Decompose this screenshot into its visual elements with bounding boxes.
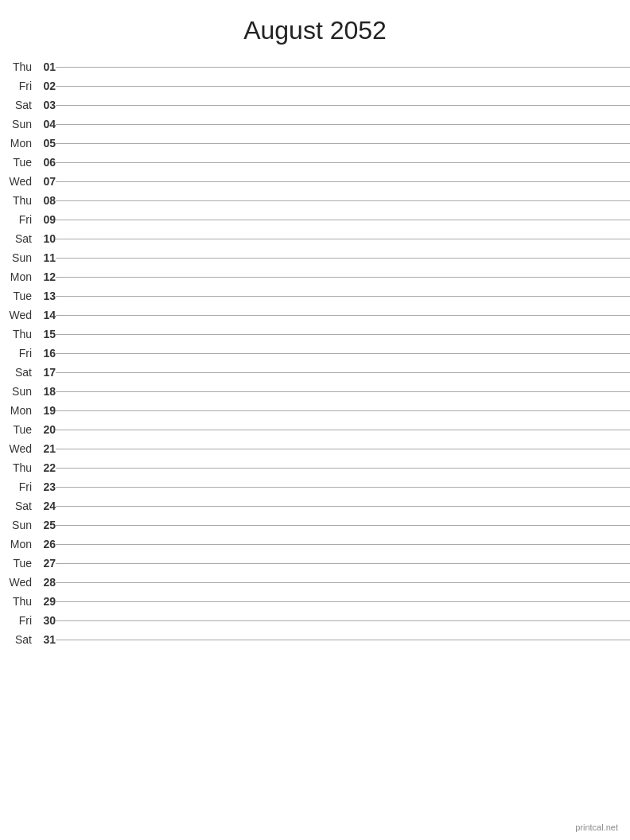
day-line-cell xyxy=(56,420,630,439)
day-name: Wed xyxy=(0,172,32,191)
calendar-row: Fri23 xyxy=(0,477,630,496)
calendar-row: Wed28 xyxy=(0,573,630,592)
calendar-row: Sat03 xyxy=(0,95,630,115)
day-line-cell xyxy=(56,172,630,191)
day-name: Thu xyxy=(0,458,32,477)
day-name: Wed xyxy=(0,305,32,325)
day-name: Sun xyxy=(0,515,32,535)
day-line-cell xyxy=(56,76,630,95)
day-name: Sun xyxy=(0,115,32,134)
calendar-row: Mon05 xyxy=(0,134,630,153)
day-line-cell xyxy=(56,458,630,477)
calendar-row: Tue06 xyxy=(0,153,630,172)
day-number: 01 xyxy=(32,57,56,76)
day-number: 28 xyxy=(32,573,56,592)
day-number: 04 xyxy=(32,115,56,134)
calendar-row: Thu15 xyxy=(0,325,630,344)
day-number: 16 xyxy=(32,344,56,363)
day-name: Sat xyxy=(0,363,32,382)
day-number: 09 xyxy=(32,210,56,229)
day-number: 05 xyxy=(32,134,56,153)
calendar-row: Mon26 xyxy=(0,535,630,554)
day-number: 14 xyxy=(32,305,56,325)
day-name: Fri xyxy=(0,477,32,496)
day-name: Fri xyxy=(0,611,32,630)
day-line-cell xyxy=(56,305,630,325)
day-number: 15 xyxy=(32,325,56,344)
day-name: Mon xyxy=(0,535,32,554)
day-name: Tue xyxy=(0,554,32,573)
day-number: 08 xyxy=(32,191,56,210)
day-name: Tue xyxy=(0,153,32,172)
day-line-cell xyxy=(56,153,630,172)
day-number: 02 xyxy=(32,76,56,95)
day-name: Fri xyxy=(0,210,32,229)
calendar-row: Thu08 xyxy=(0,191,630,210)
day-number: 31 xyxy=(32,630,56,649)
day-number: 19 xyxy=(32,401,56,420)
calendar-row: Wed14 xyxy=(0,305,630,325)
day-line-cell xyxy=(56,611,630,630)
calendar-row: Fri02 xyxy=(0,76,630,95)
day-name: Sat xyxy=(0,229,32,248)
day-number: 12 xyxy=(32,267,56,286)
day-line-cell xyxy=(56,401,630,420)
calendar-row: Thu29 xyxy=(0,592,630,611)
day-number: 18 xyxy=(32,382,56,401)
day-number: 07 xyxy=(32,172,56,191)
day-name: Sat xyxy=(0,630,32,649)
calendar-row: Tue27 xyxy=(0,554,630,573)
day-name: Tue xyxy=(0,420,32,439)
calendar-row: Wed21 xyxy=(0,439,630,458)
day-name: Thu xyxy=(0,325,32,344)
calendar-row: Sun04 xyxy=(0,115,630,134)
day-line-cell xyxy=(56,439,630,458)
day-name: Thu xyxy=(0,191,32,210)
footer-text: printcal.net xyxy=(575,822,618,832)
day-name: Fri xyxy=(0,344,32,363)
calendar-row: Thu22 xyxy=(0,458,630,477)
day-line-cell xyxy=(56,344,630,363)
day-number: 25 xyxy=(32,515,56,535)
day-line-cell xyxy=(56,496,630,515)
calendar-row: Fri30 xyxy=(0,611,630,630)
day-number: 23 xyxy=(32,477,56,496)
day-line-cell xyxy=(56,134,630,153)
day-number: 26 xyxy=(32,535,56,554)
day-number: 20 xyxy=(32,420,56,439)
day-name: Sun xyxy=(0,382,32,401)
day-name: Wed xyxy=(0,439,32,458)
day-name: Fri xyxy=(0,76,32,95)
calendar-row: Wed07 xyxy=(0,172,630,191)
calendar-row: Fri09 xyxy=(0,210,630,229)
day-line-cell xyxy=(56,229,630,248)
calendar-table: Thu01Fri02Sat03Sun04Mon05Tue06Wed07Thu08… xyxy=(0,57,630,649)
day-line-cell xyxy=(56,286,630,305)
day-number: 29 xyxy=(32,592,56,611)
day-number: 10 xyxy=(32,229,56,248)
day-number: 13 xyxy=(32,286,56,305)
page-title: August 2052 xyxy=(0,0,630,53)
day-line-cell xyxy=(56,573,630,592)
calendar-row: Thu01 xyxy=(0,57,630,76)
calendar-row: Sun25 xyxy=(0,515,630,535)
day-name: Mon xyxy=(0,401,32,420)
day-name: Wed xyxy=(0,573,32,592)
calendar-row: Sat10 xyxy=(0,229,630,248)
day-name: Sat xyxy=(0,496,32,515)
day-line-cell xyxy=(56,115,630,134)
day-line-cell xyxy=(56,210,630,229)
day-number: 27 xyxy=(32,554,56,573)
calendar-row: Tue13 xyxy=(0,286,630,305)
calendar-row: Tue20 xyxy=(0,420,630,439)
day-number: 17 xyxy=(32,363,56,382)
day-line-cell xyxy=(56,267,630,286)
day-line-cell xyxy=(56,95,630,115)
day-number: 03 xyxy=(32,95,56,115)
calendar-row: Mon12 xyxy=(0,267,630,286)
day-line-cell xyxy=(56,382,630,401)
day-name: Thu xyxy=(0,57,32,76)
day-line-cell xyxy=(56,325,630,344)
day-line-cell xyxy=(56,57,630,76)
day-line-cell xyxy=(56,363,630,382)
